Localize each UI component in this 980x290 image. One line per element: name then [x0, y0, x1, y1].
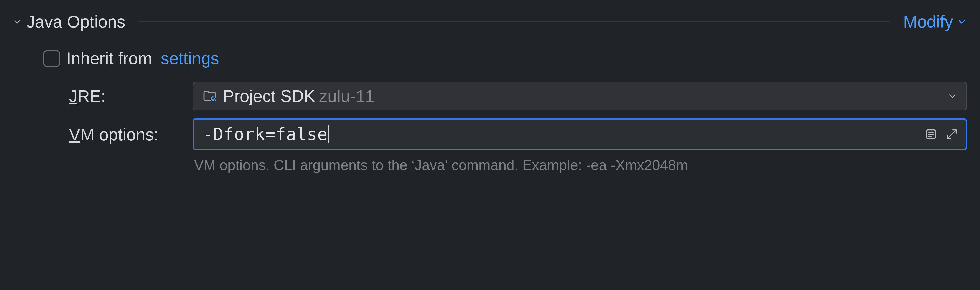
jre-row: JRE: Project SDK zulu-11 [69, 82, 967, 110]
expand-icon[interactable] [945, 128, 958, 141]
svg-line-6 [953, 130, 956, 134]
inherit-checkbox[interactable] [43, 50, 60, 67]
module-folder-icon [202, 88, 218, 104]
modify-button[interactable]: Modify [903, 12, 967, 32]
section-title: Java Options [27, 12, 125, 32]
jre-value: Project SDK [223, 86, 315, 106]
modify-label: Modify [903, 12, 953, 32]
vm-options-value: -Dfork=false [203, 125, 328, 144]
vm-options-input[interactable]: -Dfork=false [193, 118, 967, 150]
jre-dropdown[interactable]: Project SDK zulu-11 [193, 82, 967, 110]
inherit-row: Inherit from settings [43, 49, 967, 68]
svg-line-7 [947, 135, 951, 139]
chevron-down-icon [956, 17, 967, 27]
chevron-down-icon [947, 91, 958, 101]
collapse-toggle[interactable] [13, 17, 22, 26]
java-options-panel: Java Options Modify Inherit from setting… [0, 0, 980, 194]
text-caret [328, 125, 329, 143]
vm-options-row: VM options: -Dfork=false [69, 118, 967, 173]
vm-options-hint: VM options. CLI arguments to the ‘Java’ … [194, 157, 967, 173]
section-header: Java Options Modify [13, 12, 967, 32]
inherit-label: Inherit from [67, 49, 152, 68]
jre-label: JRE: [69, 86, 193, 106]
vm-options-label: VM options: [69, 118, 193, 144]
textfield-actions [924, 128, 958, 141]
inline-list-icon[interactable] [924, 128, 937, 141]
section-divider [139, 21, 890, 22]
jre-sub-value: zulu-11 [319, 86, 375, 106]
settings-link[interactable]: settings [161, 49, 219, 68]
